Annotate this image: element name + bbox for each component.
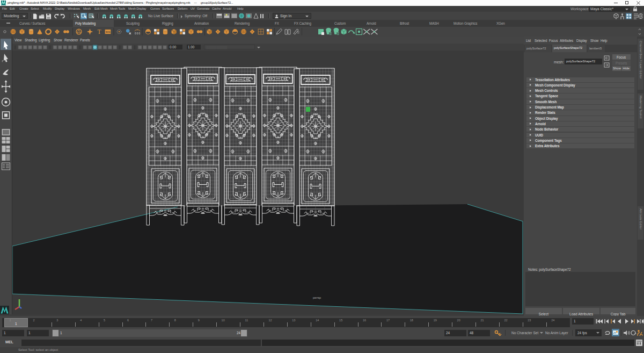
- svg-text:0 0 0: 0 0 0: [135, 32, 141, 35]
- svg-text:SVG: SVG: [106, 31, 111, 33]
- svg-text:T: T: [97, 28, 101, 35]
